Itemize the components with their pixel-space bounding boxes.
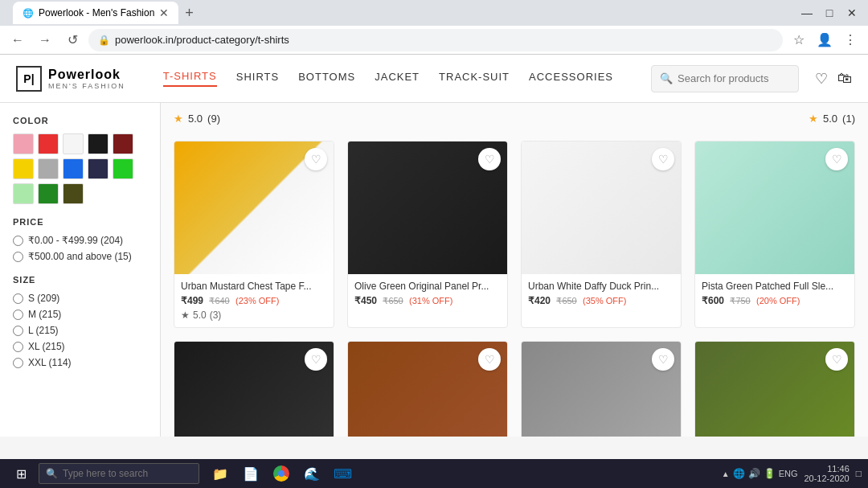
main-nav: T-SHIRTS SHIRTS BOTTOMS JACKET TRACK-SUI… (141, 70, 635, 87)
minimize-button[interactable]: — (797, 3, 817, 23)
clock-date: 20-12-2020 (804, 474, 849, 483)
nav-jacket[interactable]: JACKET (375, 71, 420, 86)
color-maroon[interactable] (113, 133, 133, 154)
product-card-5[interactable]: ♡ Rust Brown Casual Shirt... (347, 341, 508, 437)
size-option-s[interactable]: S (209) (13, 293, 147, 304)
nav-tshirts[interactable]: T-SHIRTS (163, 70, 217, 87)
browser-menu-button[interactable]: ⋮ (839, 29, 862, 51)
size-radio-l[interactable] (13, 326, 23, 336)
color-red[interactable] (38, 133, 59, 154)
color-gray[interactable] (38, 158, 59, 179)
wishlist-btn-1[interactable]: ♡ (478, 148, 501, 170)
bookmark-button[interactable]: ☆ (788, 29, 810, 51)
price-current-0: ₹499 (181, 295, 203, 306)
wishlist-btn-3[interactable]: ♡ (825, 148, 848, 170)
show-desktop-button[interactable]: □ (856, 468, 862, 479)
taskbar-icon-files[interactable]: 📄 (236, 459, 265, 488)
taskbar-search-input[interactable] (63, 468, 183, 479)
refresh-button[interactable]: ↺ (61, 29, 84, 51)
size-radio-m[interactable] (13, 310, 23, 320)
size-option-xxl[interactable]: XXL (114) (13, 357, 147, 368)
account-button[interactable]: 👤 (813, 29, 836, 51)
color-navy[interactable] (88, 158, 108, 179)
color-pink[interactable] (13, 133, 34, 154)
wishlist-btn-0[interactable]: ♡ (305, 148, 327, 170)
product-info-3: Pista Green Patched Full Sle... ₹600 ₹75… (695, 274, 854, 313)
product-card-2[interactable]: ♡ Urban White Daffy Duck Prin... ₹420 ₹6… (521, 141, 682, 328)
taskbar-icon-explorer[interactable]: 📁 (206, 459, 235, 488)
taskbar-icon-vscode[interactable]: ⌨ (328, 459, 357, 488)
price-discount-3: (20% OFF) (756, 296, 800, 306)
new-tab-button[interactable]: + (178, 2, 200, 24)
product-card-3[interactable]: ♡ Pista Green Patched Full Sle... ₹600 ₹… (694, 141, 855, 328)
size-section: SIZE S (209) M (215) L (215) XL (215) (13, 275, 147, 368)
price-radio-2[interactable] (13, 252, 23, 262)
color-green[interactable] (113, 158, 133, 179)
close-button[interactable]: ✕ (842, 3, 862, 23)
tray-arrow[interactable]: ▲ (722, 470, 730, 478)
browser-chrome: 🌐 Powerlook - Men's Fashion ✕ + — □ ✕ ← … (0, 0, 868, 55)
color-olive[interactable] (63, 183, 84, 204)
search-input[interactable] (678, 72, 790, 84)
logo-sub: MEN'S FASHION (48, 82, 125, 90)
wishlist-btn-4[interactable]: ♡ (305, 348, 327, 371)
size-title: SIZE (13, 275, 147, 285)
product-name-2: Urban White Daffy Duck Prin... (528, 281, 674, 292)
size-option-xl[interactable]: XL (215) (13, 341, 147, 352)
forward-button[interactable]: → (34, 29, 56, 51)
color-section: COLOR (13, 116, 147, 204)
size-radio-s[interactable] (13, 293, 23, 304)
product-card-1[interactable]: ♡ Olive Green Original Panel Pr... ₹450 … (347, 141, 508, 328)
product-price-0: ₹499 ₹640 (23% OFF) (181, 295, 327, 306)
cart-button[interactable]: 🛍 (837, 70, 852, 87)
size-option-l[interactable]: L (215) (13, 325, 147, 336)
nav-shirts[interactable]: SHIRTS (236, 71, 279, 86)
maximize-button[interactable]: □ (820, 3, 839, 23)
wishlist-button[interactable]: ♡ (815, 70, 828, 88)
wishlist-btn-7[interactable]: ♡ (825, 348, 848, 371)
product-card-7[interactable]: ♡ Olive Casual Full Sleeve... (694, 341, 855, 437)
taskbar-icon-edge[interactable]: 🌊 (297, 459, 326, 488)
nav-tracksuit[interactable]: TRACK-SUIT (439, 71, 510, 86)
back-button[interactable]: ← (6, 29, 29, 51)
color-white[interactable] (63, 133, 84, 154)
price-current-1: ₹450 (354, 295, 377, 306)
browser-tab[interactable]: 🌐 Powerlook - Men's Fashion ✕ (13, 2, 178, 24)
url-bar[interactable]: 🔒 powerlook.in/product-category/t-shirts (88, 29, 783, 51)
product-rating-0: ★ 5.0 (3) (181, 310, 327, 321)
color-dark-green[interactable] (38, 183, 59, 204)
price-label-2: ₹500.00 and above (15) (28, 251, 132, 262)
start-button[interactable]: ⊞ (6, 459, 35, 488)
color-light-green[interactable] (13, 183, 34, 204)
product-info-1: Olive Green Original Panel Pr... ₹450 ₹6… (348, 274, 507, 313)
logo[interactable]: P| Powerlook MEN'S FASHION (16, 66, 125, 92)
nav-bottoms[interactable]: BOTTOMS (298, 71, 355, 86)
search-bar[interactable]: 🔍 (651, 65, 799, 92)
price-original-2: ₹650 (556, 296, 576, 306)
price-option-2[interactable]: ₹500.00 and above (15) (13, 251, 147, 262)
size-radio-xxl[interactable] (13, 358, 23, 368)
color-black[interactable] (88, 133, 108, 154)
size-option-m[interactable]: M (215) (13, 309, 147, 320)
product-card-0[interactable]: ♡ Urban Mustard Chest Tape F... ₹499 ₹64… (174, 141, 334, 328)
taskbar-search-bar[interactable]: 🔍 (39, 463, 199, 484)
price-radio-1[interactable] (13, 236, 23, 246)
size-radio-xl[interactable] (13, 342, 23, 352)
tab-close-button[interactable]: ✕ (159, 6, 169, 19)
nav-accessories[interactable]: ACCESSORIES (529, 71, 613, 86)
product-image-5: ♡ (348, 342, 507, 437)
wishlist-btn-6[interactable]: ♡ (652, 348, 674, 371)
wishlist-btn-2[interactable]: ♡ (652, 148, 674, 170)
product-card-6[interactable]: ♡ Grey Graphic Print Tee... (521, 341, 682, 437)
tray-volume: 🔊 (748, 468, 760, 479)
taskbar-icon-chrome[interactable] (267, 459, 296, 488)
product-info-0: Urban Mustard Chest Tape F... ₹499 ₹640 … (174, 274, 334, 327)
product-image-7: ♡ (695, 342, 854, 437)
logo-icon: P| (16, 66, 42, 92)
color-title: COLOR (13, 116, 147, 125)
color-blue[interactable] (63, 158, 84, 179)
wishlist-btn-5[interactable]: ♡ (478, 348, 501, 371)
color-yellow[interactable] (13, 158, 34, 179)
product-card-4[interactable]: ♡ Black Slim Fit T-Shirt... (174, 341, 334, 437)
price-option-1[interactable]: ₹0.00 - ₹499.99 (204) (13, 235, 147, 246)
